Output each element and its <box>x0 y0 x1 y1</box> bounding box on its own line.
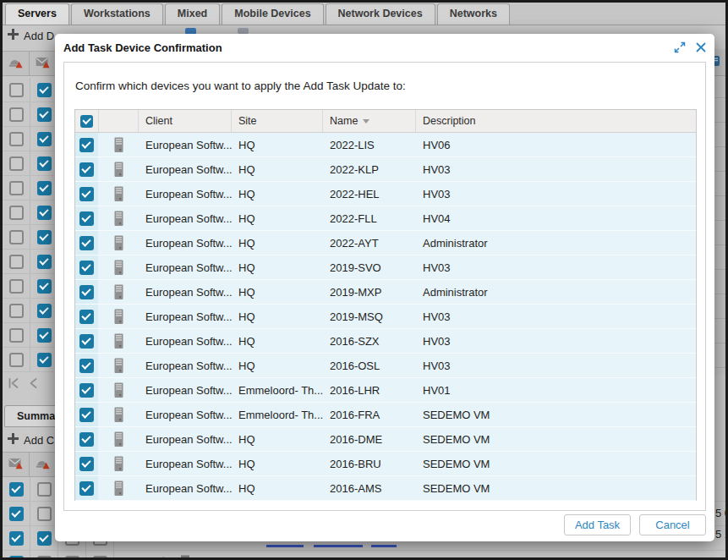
checkbox-cell[interactable] <box>3 348 30 371</box>
checkbox-unchecked[interactable] <box>9 255 24 269</box>
tab-workstations[interactable]: Workstations <box>71 3 163 25</box>
checkbox-cell[interactable] <box>3 127 30 151</box>
check-row[interactable]: ✓ Failed Login Check No Failed Logins 12… <box>3 551 728 560</box>
checkbox-checked[interactable] <box>37 531 52 546</box>
prev-page-icon[interactable] <box>28 377 40 393</box>
checkbox-checked[interactable] <box>9 482 24 497</box>
checkbox-cell[interactable] <box>3 477 30 501</box>
checkbox-unchecked[interactable] <box>9 230 24 244</box>
checkbox-checked[interactable] <box>37 230 52 244</box>
mail-column-header[interactable] <box>2 452 30 477</box>
row-checkbox-cell[interactable] <box>75 354 99 377</box>
checkbox-cell[interactable] <box>86 551 114 560</box>
checkbox-unchecked[interactable] <box>9 156 24 171</box>
row-checkbox[interactable] <box>79 138 94 152</box>
device-row[interactable]: European Softw... HQ 2022-KLP HV03 <box>75 157 696 182</box>
tab-servers[interactable]: Servers <box>5 3 69 25</box>
row-checkbox-cell[interactable] <box>75 157 99 181</box>
add-task-button[interactable]: Add Task <box>564 514 631 535</box>
device-row[interactable]: European Softw... Emmeloord- Th... 2016-… <box>75 403 696 427</box>
checkbox-checked[interactable] <box>37 132 52 146</box>
row-checkbox-cell[interactable] <box>75 329 99 353</box>
checkbox-checked[interactable] <box>37 255 52 269</box>
checkbox-checked[interactable] <box>37 83 52 97</box>
checkbox-cell[interactable] <box>3 250 30 273</box>
device-row[interactable]: European Softw... HQ 2019-MXP Administra… <box>75 280 696 305</box>
select-all-cell[interactable] <box>75 110 99 132</box>
row-checkbox-cell[interactable] <box>75 427 99 451</box>
checkbox-unchecked[interactable] <box>9 304 24 318</box>
checkbox-unchecked[interactable] <box>9 353 24 367</box>
tab-network-devices[interactable]: Network Devices <box>326 3 435 25</box>
row-checkbox-cell[interactable] <box>75 255 99 279</box>
device-row[interactable]: European Softw... HQ 2019-MSQ HV03 <box>75 305 696 329</box>
row-checkbox[interactable] <box>79 310 94 324</box>
tab-networks[interactable]: Networks <box>437 3 510 25</box>
checkbox-cell[interactable] <box>3 151 30 175</box>
tab-mobile-devices[interactable]: Mobile Devices <box>222 3 323 25</box>
first-page-icon[interactable] <box>8 377 19 393</box>
checkbox-unchecked[interactable] <box>9 107 24 122</box>
row-checkbox[interactable] <box>79 285 94 299</box>
checkbox-cell[interactable] <box>3 526 30 550</box>
row-checkbox-cell[interactable] <box>75 206 99 230</box>
device-row[interactable]: European Softw... HQ 2022-AYT Administra… <box>75 231 696 255</box>
checkbox-unchecked[interactable] <box>93 556 107 560</box>
cancel-button[interactable]: Cancel <box>639 514 706 535</box>
row-checkbox-cell[interactable] <box>75 305 99 328</box>
checkbox-checked[interactable] <box>37 156 52 171</box>
row-checkbox-cell[interactable] <box>75 182 99 206</box>
checkbox-cell[interactable] <box>3 274 30 298</box>
checkbox-unchecked[interactable] <box>37 556 52 560</box>
row-checkbox-cell[interactable] <box>75 403 99 426</box>
checkbox-cell[interactable] <box>58 551 86 560</box>
client-column-header[interactable]: Client <box>139 110 232 132</box>
row-checkbox-cell[interactable] <box>75 133 99 156</box>
checkbox-cell[interactable] <box>3 299 30 322</box>
checkbox-checked[interactable] <box>37 107 52 122</box>
checkbox-cell[interactable] <box>3 78 30 102</box>
checkbox-cell[interactable] <box>3 502 30 525</box>
select-all-checkbox[interactable] <box>80 115 93 128</box>
checkbox-checked[interactable] <box>37 353 52 367</box>
row-checkbox[interactable] <box>79 359 94 373</box>
checkbox-cell[interactable] <box>3 225 30 249</box>
expand-icon[interactable] <box>674 41 686 53</box>
device-row[interactable]: European Softw... HQ 2016-BRU SEDEMO VM <box>75 452 696 476</box>
checkbox-unchecked[interactable] <box>9 132 24 146</box>
tab-mixed[interactable]: Mixed <box>165 3 220 25</box>
icon-column-header[interactable] <box>99 110 139 132</box>
device-row[interactable]: European Softw... HQ 2016-SZX HV03 <box>75 329 696 354</box>
printer-icon[interactable] <box>178 555 193 560</box>
row-checkbox[interactable] <box>79 383 94 398</box>
close-icon[interactable] <box>696 42 706 52</box>
device-row[interactable]: European Softw... HQ 2016-DME SEDEMO VM <box>75 427 696 452</box>
row-checkbox[interactable] <box>79 334 94 349</box>
checkbox-cell[interactable] <box>3 551 30 560</box>
alert-column-header[interactable] <box>2 51 30 76</box>
checkbox-checked[interactable] <box>9 507 24 521</box>
row-checkbox[interactable] <box>79 432 94 447</box>
name-column-header[interactable]: Name <box>323 110 416 132</box>
device-row[interactable]: European Softw... HQ 2022-LIS HV06 <box>75 133 696 157</box>
row-checkbox-cell[interactable] <box>75 378 99 402</box>
mail-column-header[interactable] <box>29 51 57 76</box>
device-row[interactable]: European Softw... HQ 2022-HEL HV03 <box>75 182 696 206</box>
checkbox-unchecked[interactable] <box>9 279 24 294</box>
checkbox-unchecked[interactable] <box>9 206 24 220</box>
checkbox-cell[interactable] <box>3 102 30 126</box>
add-device-button[interactable]: Add D <box>8 29 54 42</box>
checkbox-unchecked[interactable] <box>9 83 24 97</box>
checkbox-cell[interactable] <box>3 200 30 224</box>
device-row[interactable]: European Softw... HQ 2016-AMS SEDEMO VM <box>75 476 696 501</box>
row-checkbox-cell[interactable] <box>75 280 99 304</box>
row-checkbox[interactable] <box>79 211 94 226</box>
checkbox-checked[interactable] <box>37 279 52 294</box>
hand-icon[interactable] <box>206 555 221 560</box>
device-row[interactable]: European Softw... HQ 2019-SVO HV03 <box>75 255 696 280</box>
checkbox-cell[interactable] <box>30 551 58 560</box>
checkbox-checked[interactable] <box>37 206 52 220</box>
row-checkbox[interactable] <box>79 236 94 250</box>
alert-column-header[interactable] <box>29 452 57 477</box>
row-checkbox[interactable] <box>79 457 94 471</box>
